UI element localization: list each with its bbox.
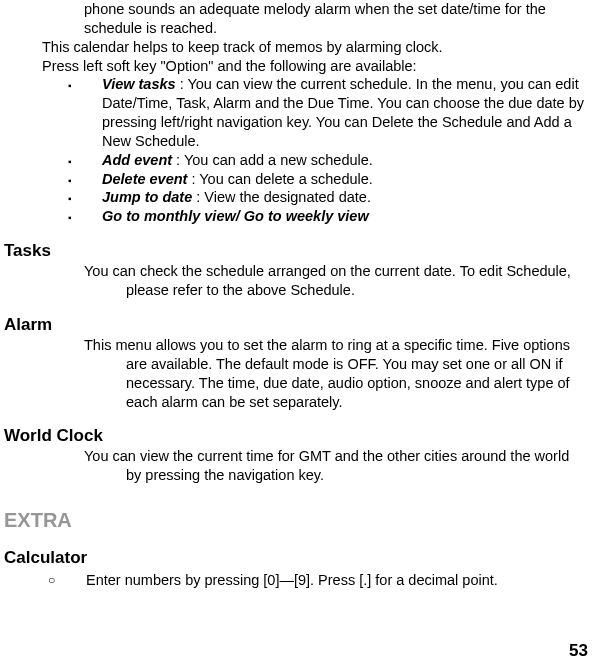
continuation-paragraph: phone sounds an adequate melody alarm wh…	[84, 0, 588, 38]
option-jump-to-date: ▪ Jump to date : View the designated dat…	[68, 188, 588, 207]
option-content: Jump to date : View the designated date.	[102, 188, 588, 207]
option-view-tasks: ▪ View tasks : You can view the current …	[68, 75, 588, 150]
world-clock-body-text: You can view the current time for GMT an…	[84, 448, 569, 483]
tasks-heading: Tasks	[4, 240, 588, 262]
bullet-icon: ▪	[68, 151, 102, 170]
extra-heading: EXTRA	[4, 507, 588, 533]
calculator-list: ○ Enter numbers by pressing [0]—[9]. Pre…	[48, 571, 588, 590]
option-content: Delete event : You can delete a schedule…	[102, 170, 588, 189]
tasks-body: You can check the schedule arranged on t…	[84, 262, 588, 300]
option-label: Go to monthly view/ Go to weekly view	[102, 208, 369, 224]
calculator-item: ○ Enter numbers by pressing [0]—[9]. Pre…	[48, 571, 588, 590]
option-content: Go to monthly view/ Go to weekly view	[102, 207, 588, 226]
world-clock-body: You can view the current time for GMT an…	[84, 447, 588, 485]
options-list: ▪ View tasks : You can view the current …	[68, 75, 588, 226]
page-number: 53	[569, 640, 588, 662]
option-label: View tasks	[102, 76, 176, 92]
option-delete-event: ▪ Delete event : You can delete a schedu…	[68, 170, 588, 189]
calculator-heading: Calculator	[4, 547, 588, 569]
calculator-item-text: Enter numbers by pressing [0]—[9]. Press…	[86, 571, 498, 590]
alarm-body: This menu allows you to set the alarm to…	[84, 336, 588, 411]
bullet-icon: ▪	[68, 188, 102, 207]
alarm-body-text: This menu allows you to set the alarm to…	[84, 337, 570, 410]
tasks-body-text: You can check the schedule arranged on t…	[84, 263, 571, 298]
option-content: Add event : You can add a new schedule.	[102, 151, 588, 170]
option-label: Jump to date	[102, 189, 192, 205]
world-clock-heading: World Clock	[4, 425, 588, 447]
bullet-icon: ▪	[68, 207, 102, 226]
option-label: Add event	[102, 152, 172, 168]
option-content: View tasks : You can view the current sc…	[102, 75, 588, 150]
bullet-icon: ▪	[68, 170, 102, 189]
circle-icon: ○	[48, 571, 86, 590]
option-add-event: ▪ Add event : You can add a new schedule…	[68, 151, 588, 170]
option-desc: : You can delete a schedule.	[187, 171, 372, 187]
calendar-intro-line2: Press left soft key "Option" and the fol…	[42, 57, 588, 76]
option-go-to-view: ▪ Go to monthly view/ Go to weekly view	[68, 207, 588, 226]
bullet-icon: ▪	[68, 75, 102, 150]
option-label: Delete event	[102, 171, 187, 187]
option-desc: : View the designated date.	[192, 189, 371, 205]
option-desc: : You can add a new schedule.	[172, 152, 373, 168]
alarm-heading: Alarm	[4, 314, 588, 336]
calendar-intro-line1: This calendar helps to keep track of mem…	[42, 38, 588, 57]
